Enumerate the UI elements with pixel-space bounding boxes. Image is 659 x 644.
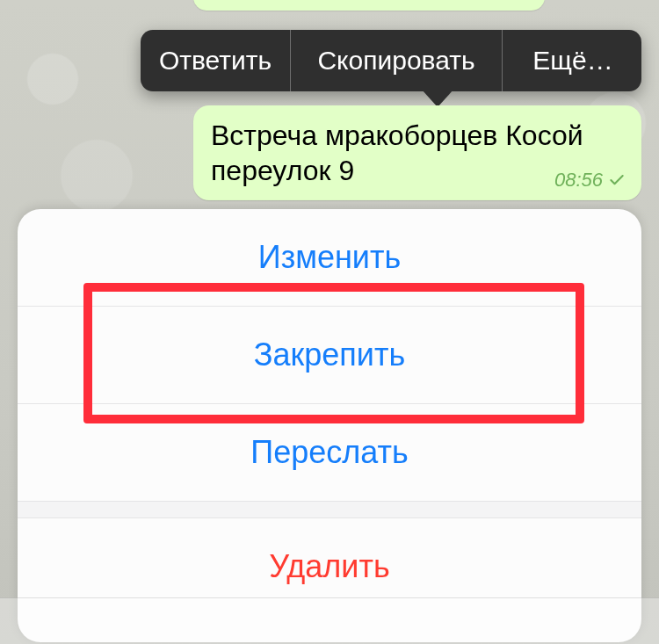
check-icon <box>608 171 626 189</box>
action-sheet: Изменить Закрепить Переслать Удалить <box>18 209 641 642</box>
dimmed-input-bar <box>0 597 659 644</box>
context-popover: Ответить Скопировать Ещё… <box>141 30 641 91</box>
popover-copy-label: Скопировать <box>317 46 474 76</box>
popover-reply[interactable]: Ответить <box>141 30 291 91</box>
chat-viewport: Ответить Скопировать Ещё… Встреча мракоб… <box>0 0 659 644</box>
action-forward-label: Переслать <box>250 434 408 471</box>
action-delete-label: Удалить <box>269 548 389 585</box>
message-bubble[interactable]: Встреча мракоборцев Косой переулок 9 08:… <box>193 105 641 200</box>
message-bubble-partial <box>193 0 545 11</box>
message-meta: 08:56 <box>554 169 626 192</box>
popover-more[interactable]: Ещё… <box>503 30 643 91</box>
message-time: 08:56 <box>554 169 603 192</box>
popover-reply-label: Ответить <box>159 46 272 76</box>
popover-copy[interactable]: Скопировать <box>291 30 503 91</box>
popover-more-label: Ещё… <box>532 46 612 76</box>
action-pin[interactable]: Закрепить <box>18 307 641 404</box>
action-pin-label: Закрепить <box>254 336 405 373</box>
action-edit[interactable]: Изменить <box>18 209 641 307</box>
action-edit-label: Изменить <box>258 239 401 276</box>
sheet-spacer <box>18 501 641 518</box>
action-forward[interactable]: Переслать <box>18 404 641 501</box>
